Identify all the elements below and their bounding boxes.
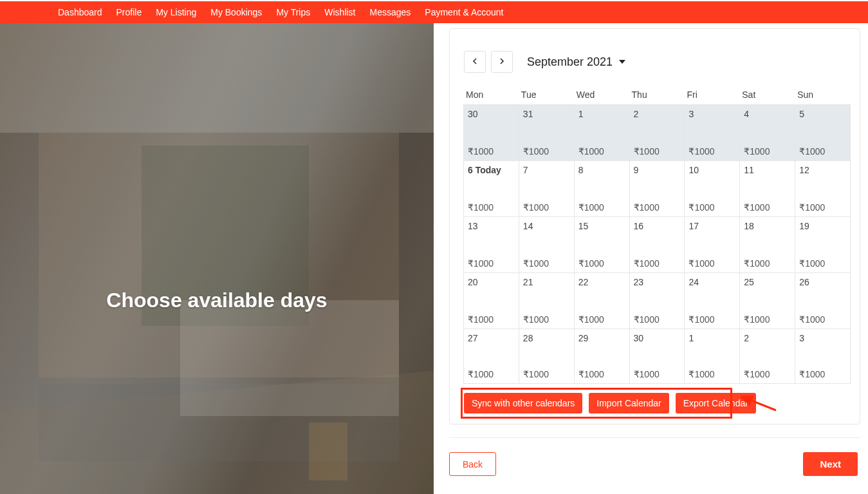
calendar-day-number: 2 bbox=[634, 109, 682, 119]
calendar-day-cell[interactable]: 12₹1000 bbox=[795, 160, 851, 217]
calendar-day-price: ₹1000 bbox=[744, 146, 792, 157]
calendar-day-price: ₹1000 bbox=[799, 146, 847, 157]
calendar-day-number: 5 bbox=[799, 109, 847, 119]
calendar-day-number: 13 bbox=[468, 221, 516, 231]
calendar-card: September 2021 MonTueWedThuFriSatSun30₹1… bbox=[449, 28, 860, 424]
calendar-day-cell[interactable]: 13₹1000 bbox=[463, 216, 519, 273]
calendar-day-price: ₹1000 bbox=[578, 369, 627, 379]
calendar-day-price: ₹1000 bbox=[688, 314, 737, 325]
calendar-day-header: Mon bbox=[464, 90, 519, 105]
calendar-day-cell[interactable]: 16₹1000 bbox=[629, 216, 685, 273]
nav-my-listing[interactable]: My Listing bbox=[156, 7, 196, 17]
calendar-day-price: ₹1000 bbox=[468, 369, 516, 379]
calendar-day-header: Fri bbox=[685, 90, 740, 105]
nav-profile[interactable]: Profile bbox=[116, 7, 142, 17]
calendar-day-cell[interactable]: 25₹1000 bbox=[739, 272, 795, 329]
calendar-day-header: Sun bbox=[795, 90, 851, 105]
nav-payment-account[interactable]: Payment & Account bbox=[425, 7, 503, 17]
back-button[interactable]: Back bbox=[449, 452, 496, 476]
calendar-day-header: Sat bbox=[740, 90, 795, 105]
calendar-day-number: 3 bbox=[799, 333, 847, 343]
calendar-day-price: ₹1000 bbox=[744, 369, 792, 379]
calendar-day-cell[interactable]: 2₹1000 bbox=[739, 328, 795, 384]
calendar-day-cell[interactable]: 9₹1000 bbox=[629, 160, 685, 217]
calendar-day-number: 25 bbox=[744, 277, 792, 287]
export-calendar-button[interactable]: Export Calendar bbox=[676, 393, 756, 413]
calendar-day-number: 30 bbox=[468, 109, 516, 119]
calendar-day-cell[interactable]: 2₹1000 bbox=[629, 104, 685, 161]
calendar-day-cell[interactable]: 19₹1000 bbox=[795, 216, 851, 273]
calendar-day-cell[interactable]: 26₹1000 bbox=[795, 272, 851, 329]
calendar-day-cell[interactable]: 29₹1000 bbox=[574, 328, 630, 384]
calendar-day-cell[interactable]: 1₹1000 bbox=[684, 328, 740, 384]
calendar-day-price: ₹1000 bbox=[744, 258, 792, 269]
calendar-day-price: ₹1000 bbox=[634, 146, 682, 157]
calendar-day-number: 15 bbox=[578, 221, 627, 231]
calendar-day-cell[interactable]: 5₹1000 bbox=[795, 104, 851, 161]
calendar-day-number: 14 bbox=[523, 221, 571, 231]
nav-messages[interactable]: Messages bbox=[370, 7, 411, 17]
calendar-day-cell[interactable]: 31₹1000 bbox=[519, 104, 575, 161]
nav-my-trips[interactable]: My Trips bbox=[276, 7, 310, 17]
calendar-day-number: 16 bbox=[634, 221, 682, 231]
calendar-day-cell[interactable]: 10₹1000 bbox=[684, 160, 740, 217]
month-select[interactable]: September 2021 bbox=[527, 55, 625, 69]
nav-wishlist[interactable]: Wishlist bbox=[324, 7, 355, 17]
calendar-day-price: ₹1000 bbox=[799, 202, 847, 213]
calendar-day-cell[interactable]: 21₹1000 bbox=[519, 272, 575, 329]
calendar-day-cell[interactable]: 24₹1000 bbox=[684, 272, 740, 329]
calendar-day-number: 4 bbox=[744, 109, 792, 119]
calendar-day-price: ₹1000 bbox=[688, 258, 737, 269]
svg-rect-5 bbox=[180, 300, 399, 416]
calendar-day-cell[interactable]: 17₹1000 bbox=[684, 216, 740, 273]
calendar-day-cell[interactable]: 18₹1000 bbox=[739, 216, 795, 273]
calendar-day-price: ₹1000 bbox=[523, 202, 571, 213]
calendar-day-number: 21 bbox=[523, 277, 571, 287]
calendar-day-cell[interactable]: 20₹1000 bbox=[463, 272, 519, 329]
calendar-day-price: ₹1000 bbox=[744, 314, 792, 325]
calendar-day-cell[interactable]: 4₹1000 bbox=[739, 104, 795, 161]
calendar-day-cell[interactable]: 15₹1000 bbox=[574, 216, 630, 273]
top-nav: Dashboard Profile My Listing My Bookings… bbox=[0, 1, 868, 23]
calendar-day-cell[interactable]: 23₹1000 bbox=[629, 272, 685, 329]
calendar-day-cell[interactable]: 28₹1000 bbox=[519, 328, 575, 384]
calendar-day-cell[interactable]: 8₹1000 bbox=[574, 160, 630, 217]
nav-my-bookings[interactable]: My Bookings bbox=[210, 7, 262, 17]
calendar-day-number: 12 bbox=[799, 165, 847, 175]
calendar-day-cell[interactable]: 3₹1000 bbox=[795, 328, 851, 384]
import-calendar-button[interactable]: Import Calendar bbox=[589, 393, 669, 413]
calendar-day-cell[interactable]: 3₹1000 bbox=[684, 104, 740, 161]
calendar-day-price: ₹1000 bbox=[688, 146, 737, 157]
calendar-day-number: 7 bbox=[523, 165, 571, 175]
calendar-day-cell[interactable]: 11₹1000 bbox=[739, 160, 795, 217]
next-button[interactable]: Next bbox=[803, 452, 858, 476]
calendar-day-number: 20 bbox=[468, 277, 516, 287]
calendar-day-cell[interactable]: 6 Today₹1000 bbox=[463, 160, 519, 217]
hero-heading: Choose available days bbox=[106, 289, 327, 312]
caret-down-icon bbox=[619, 60, 625, 64]
calendar-day-price: ₹1000 bbox=[799, 369, 847, 379]
nav-dashboard[interactable]: Dashboard bbox=[58, 7, 102, 17]
calendar-next-button[interactable] bbox=[491, 51, 513, 73]
calendar-day-cell[interactable]: 30₹1000 bbox=[629, 328, 685, 384]
calendar-day-price: ₹1000 bbox=[799, 314, 847, 325]
calendar-day-number: 17 bbox=[688, 221, 737, 231]
sync-calendars-button[interactable]: Sync with other calendars bbox=[464, 393, 582, 413]
calendar-day-number: 26 bbox=[799, 277, 847, 287]
calendar-day-number: 22 bbox=[578, 277, 627, 287]
calendar-prev-button[interactable] bbox=[464, 51, 486, 73]
calendar-day-cell[interactable]: 27₹1000 bbox=[463, 328, 519, 384]
calendar-day-number: 24 bbox=[688, 277, 737, 287]
calendar-day-price: ₹1000 bbox=[744, 202, 792, 213]
calendar-day-cell[interactable]: 30₹1000 bbox=[463, 104, 519, 161]
calendar-day-number: 2 bbox=[744, 333, 792, 343]
calendar-day-cell[interactable]: 14₹1000 bbox=[519, 216, 575, 273]
calendar-day-cell[interactable]: 22₹1000 bbox=[574, 272, 630, 329]
calendar-day-cell[interactable]: 7₹1000 bbox=[519, 160, 575, 217]
calendar-day-price: ₹1000 bbox=[468, 258, 516, 269]
calendar-day-cell[interactable]: 1₹1000 bbox=[574, 104, 630, 161]
calendar-day-price: ₹1000 bbox=[523, 146, 571, 157]
calendar-grid: MonTueWedThuFriSatSun30₹100031₹10001₹100… bbox=[464, 90, 851, 384]
calendar-day-number: 1 bbox=[578, 109, 627, 119]
month-label: September 2021 bbox=[527, 55, 613, 69]
